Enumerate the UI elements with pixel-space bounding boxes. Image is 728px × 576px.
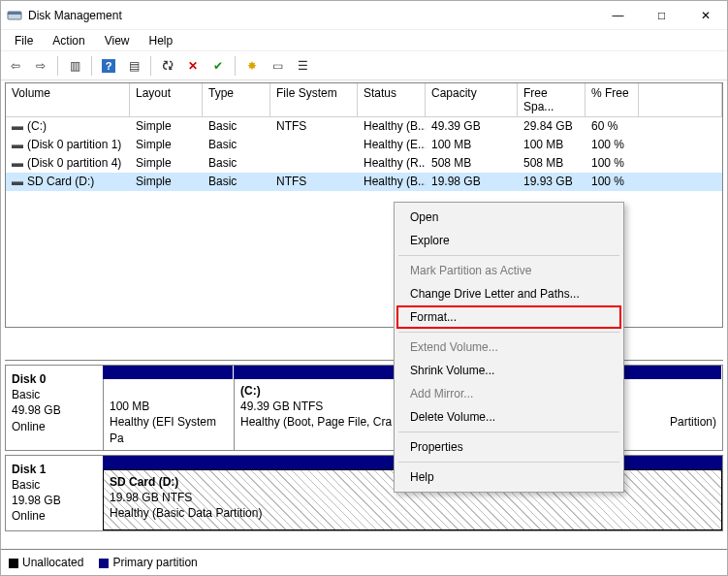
volume-filesystem: [270, 136, 358, 154]
volume-filesystem: NTFS: [270, 173, 358, 191]
disk-size: 49.98 GB: [12, 403, 61, 417]
menu-action[interactable]: Action: [43, 32, 94, 49]
menu-item-mark-active: Mark Partition as Active: [396, 259, 621, 282]
column-header-type[interactable]: Type: [203, 83, 270, 117]
disk-title: Disk 0: [12, 372, 46, 386]
volume-type: Basic: [203, 117, 270, 136]
volume-row[interactable]: ▬(Disk 0 partition 1)SimpleBasicHealthy …: [6, 136, 722, 154]
arrow-left-icon: ⇦: [11, 59, 20, 73]
drive-icon: ▬: [12, 156, 23, 171]
menu-separator: [398, 255, 619, 256]
menu-item-add-mirror: Add Mirror...: [396, 382, 621, 405]
disk-label: Disk 0 Basic 49.98 GB Online: [6, 366, 103, 450]
menu-item-help[interactable]: Help: [396, 465, 621, 489]
toolbar-separator: [91, 56, 92, 76]
list-button[interactable]: ☰: [292, 55, 313, 77]
refresh-button[interactable]: 🗘: [157, 55, 178, 77]
column-header-layout[interactable]: Layout: [130, 83, 203, 117]
arrow-right-icon: ⇨: [36, 59, 46, 73]
disk-size: 19.98 GB: [12, 494, 61, 507]
disk-state: Online: [12, 420, 46, 433]
menu-help[interactable]: Help: [140, 32, 183, 49]
volume-percentfree: 100 %: [586, 154, 639, 173]
titlebar: Disk Management — □ ✕: [1, 1, 727, 30]
volume-layout: Simple: [130, 117, 203, 136]
menu-separator: [398, 432, 619, 432]
menu-view[interactable]: View: [95, 32, 140, 49]
menu-separator: [398, 332, 619, 333]
column-header-freespace[interactable]: Free Spa...: [518, 83, 586, 117]
volume-list-body: ▬(C:)SimpleBasicNTFSHealthy (B...49.39 G…: [6, 117, 722, 191]
volume-row[interactable]: ▬(C:)SimpleBasicNTFSHealthy (B...49.39 G…: [6, 117, 722, 136]
column-header-volume[interactable]: Volume: [6, 83, 130, 117]
properties-button[interactable]: ▤: [123, 55, 144, 77]
volume-list-header: Volume Layout Type File System Status Ca…: [6, 83, 722, 117]
drive-icon: ▬: [12, 175, 23, 189]
volume-freespace: 508 MB: [518, 154, 586, 173]
volume-filesystem: NTFS: [270, 117, 358, 136]
back-button[interactable]: ⇦: [5, 55, 26, 77]
legend-unallocated: Unallocated: [9, 556, 83, 569]
volume-capacity: 49.39 GB: [426, 117, 518, 136]
volume-status: Healthy (B...: [358, 173, 426, 191]
window-title: Disk Management: [28, 9, 596, 22]
context-menu: Open Explore Mark Partition as Active Ch…: [394, 202, 624, 493]
volume-percentfree: 100 %: [586, 173, 639, 191]
menu-item-explore[interactable]: Explore: [396, 229, 621, 252]
volume-capacity: 100 MB: [426, 136, 518, 154]
checkmark-button[interactable]: ✔: [207, 55, 229, 77]
column-header-status[interactable]: Status: [358, 83, 426, 117]
toolbar: ⇦ ⇨ ▥ ? ▤ 🗘 ✕ ✔ ✸ ▭ ☰: [1, 51, 727, 80]
help-button[interactable]: ?: [98, 55, 119, 77]
column-header-capacity[interactable]: Capacity: [426, 83, 518, 117]
volume-status: Healthy (E...: [358, 136, 426, 154]
volume-freespace: 100 MB: [518, 136, 586, 154]
toolbar-separator: [57, 56, 58, 76]
settings-button[interactable]: ▭: [267, 55, 288, 77]
minimize-button[interactable]: —: [596, 1, 640, 30]
volume-percentfree: 60 %: [586, 117, 639, 136]
volume-status: Healthy (R...: [358, 154, 426, 173]
menu-item-extend-volume: Extend Volume...: [396, 336, 621, 359]
menu-item-format[interactable]: Format...: [396, 305, 621, 329]
volume-name: (C:): [27, 119, 47, 133]
new-button[interactable]: ✸: [241, 55, 263, 77]
volume-type: Basic: [203, 154, 270, 173]
volume-type: Basic: [203, 136, 270, 154]
volume-name: SD Card (D:): [27, 175, 94, 188]
volume-filesystem: [270, 154, 358, 173]
volume-capacity: 508 MB: [426, 154, 518, 173]
menu-item-change-drive-letter[interactable]: Change Drive Letter and Paths...: [396, 282, 621, 305]
maximize-button[interactable]: □: [640, 1, 683, 30]
new-icon: ✸: [247, 59, 257, 73]
disk-type: Basic: [12, 388, 40, 401]
volume-row[interactable]: ▬SD Card (D:)SimpleBasicNTFSHealthy (B..…: [6, 173, 722, 191]
menu-item-open[interactable]: Open: [396, 206, 621, 229]
column-header-percentfree[interactable]: % Free: [586, 83, 639, 117]
forward-button[interactable]: ⇨: [30, 55, 51, 77]
menu-item-delete-volume[interactable]: Delete Volume...: [396, 405, 621, 429]
menubar: File Action View Help: [1, 30, 727, 51]
column-header-filesystem[interactable]: File System: [270, 83, 358, 117]
help-icon: ?: [102, 59, 115, 73]
swatch-black-icon: [9, 559, 18, 568]
show-hide-tree-button[interactable]: ▥: [64, 55, 85, 77]
drive-icon: ▬: [12, 119, 23, 134]
settings-icon: ▭: [272, 59, 283, 73]
menu-item-properties[interactable]: Properties: [396, 435, 621, 459]
close-button[interactable]: ✕: [683, 1, 727, 30]
disk-title: Disk 1: [12, 463, 46, 476]
drive-icon: ▬: [12, 138, 23, 152]
disk-state: Online: [12, 509, 46, 523]
delete-button[interactable]: ✕: [182, 55, 204, 77]
menu-file[interactable]: File: [5, 32, 43, 49]
delete-icon: ✕: [188, 59, 198, 73]
volume-freespace: 19.93 GB: [518, 173, 586, 191]
menu-separator: [398, 462, 619, 463]
menu-item-shrink-volume[interactable]: Shrink Volume...: [396, 359, 621, 382]
volume-row[interactable]: ▬(Disk 0 partition 4)SimpleBasicHealthy …: [6, 154, 722, 173]
partition-efi[interactable]: 100 MB Healthy (EFI System Pa: [103, 379, 234, 450]
volume-capacity: 19.98 GB: [426, 173, 518, 191]
volume-name: (Disk 0 partition 4): [27, 156, 121, 170]
partition-c[interactable]: (C:) 49.39 GB NTFS Healthy (Boot, Page F…: [234, 379, 403, 450]
